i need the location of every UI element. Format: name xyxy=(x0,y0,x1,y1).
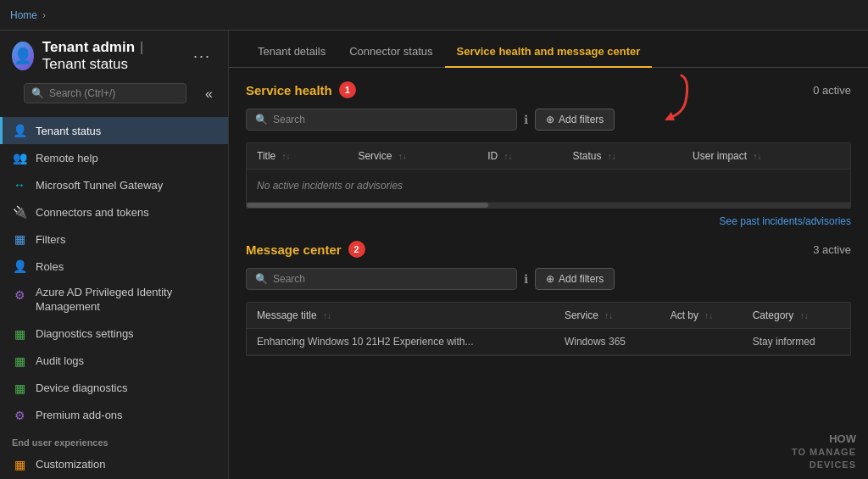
message-center-filter-row: 🔍 ℹ ⊕ Add filters xyxy=(246,268,851,290)
top-bar: Home › xyxy=(0,0,868,31)
service-health-badge: 1 xyxy=(339,81,356,98)
service-health-active-count: 0 active xyxy=(813,84,851,97)
sidebar-search-box[interactable]: 🔍 xyxy=(24,83,186,103)
sort-icon-id: ↑↓ xyxy=(504,152,513,161)
service-health-title-area: Service health 1 xyxy=(246,81,356,98)
no-data-row: No active incidents or advisories xyxy=(247,170,850,203)
tab-service-health[interactable]: Service health and message center xyxy=(445,36,653,68)
sort-icon-msg-category: ↑↓ xyxy=(800,311,809,320)
section-label-end-user: End user experiences xyxy=(0,429,228,451)
col-title[interactable]: Title ↑↓ xyxy=(247,143,348,170)
message-center-info-icon[interactable]: ℹ xyxy=(524,272,528,286)
breadcrumb-home[interactable]: Home xyxy=(10,9,37,21)
tenant-status-icon: 👤 xyxy=(12,123,27,138)
sidebar-item-label: Filters xyxy=(36,233,65,246)
service-health-add-filters-btn[interactable]: ⊕ Add filters xyxy=(535,109,615,131)
sidebar-search-input[interactable] xyxy=(49,87,179,99)
roles-icon: 👤 xyxy=(12,259,27,274)
watermark-devices: DEVICES xyxy=(792,459,856,471)
ellipsis-button[interactable]: ··· xyxy=(188,46,216,67)
message-center-badge: 2 xyxy=(348,241,365,258)
col-msg-service[interactable]: Service ↑↓ xyxy=(554,303,660,329)
content-area: Service health 1 0 active 🔍 ℹ ⊕ Add filt… xyxy=(229,68,868,479)
col-msg-actby[interactable]: Act by ↑↓ xyxy=(660,303,743,329)
col-msg-category[interactable]: Category ↑↓ xyxy=(743,303,850,329)
watermark-how: HOW xyxy=(792,432,856,447)
sort-icon-title: ↑↓ xyxy=(282,152,291,161)
see-past-link-anchor[interactable]: See past incidents/advisories xyxy=(720,215,851,227)
device-diag-icon: ▦ xyxy=(12,381,27,396)
search-icon-sh: 🔍 xyxy=(255,114,268,125)
sidebar-item-label: Roles xyxy=(36,260,64,273)
customization-icon: ▦ xyxy=(12,457,27,472)
col-service[interactable]: Service ↑↓ xyxy=(348,143,477,170)
sidebar-item-remote-help[interactable]: 👥 Remote help xyxy=(0,144,228,171)
sidebar-item-microsoft-tunnel[interactable]: ↔ Microsoft Tunnel Gateway xyxy=(0,171,228,198)
page-subtitle: Tenant status xyxy=(42,56,128,73)
sidebar-item-label: Audit logs xyxy=(36,354,84,367)
sidebar-item-label: Device diagnostics xyxy=(36,382,127,394)
col-status[interactable]: Status ↑↓ xyxy=(562,143,682,170)
message-center-search-input[interactable] xyxy=(273,273,508,285)
col-msg-title[interactable]: Message title ↑↓ xyxy=(247,303,554,329)
service-health-search-box[interactable]: 🔍 xyxy=(246,109,517,131)
col-id[interactable]: ID ↑↓ xyxy=(477,143,562,170)
sidebar-item-device-diagnostics[interactable]: ▦ Device diagnostics xyxy=(0,375,228,402)
filter-plus-icon-mc: ⊕ xyxy=(546,273,554,285)
sidebar-item-filters[interactable]: ▦ Filters xyxy=(0,226,228,253)
sidebar-item-label: Microsoft Tunnel Gateway xyxy=(36,179,163,192)
sidebar-item-roles[interactable]: 👤 Roles xyxy=(0,253,228,280)
sidebar-item-label: Remote help xyxy=(36,152,98,164)
audit-logs-icon: ▦ xyxy=(12,354,27,369)
page-heading: Tenant admin | Tenant status xyxy=(42,39,188,73)
sidebar-item-customization[interactable]: ▦ Customization xyxy=(0,451,228,478)
table-row[interactable]: Enhancing Windows 10 21H2 Experience wit… xyxy=(247,329,850,355)
watermark: HOW TO MANAGE DEVICES xyxy=(792,432,856,471)
service-health-filter-row: 🔍 ℹ ⊕ Add filters xyxy=(246,109,851,131)
scroll-hint[interactable] xyxy=(247,203,850,208)
service-health-title: Service health xyxy=(246,83,332,97)
sidebar-item-azure-ad-pim[interactable]: ⚙ Azure AD Privileged Identity Managemen… xyxy=(0,280,228,320)
col-user-impact[interactable]: User impact ↑↓ xyxy=(682,143,850,170)
service-health-header: Service health 1 0 active xyxy=(246,81,851,98)
add-filters-label-mc: Add filters xyxy=(559,273,604,285)
message-center-title: Message center xyxy=(246,242,342,257)
main-content: Tenant details Connector status Service … xyxy=(229,31,868,479)
collapse-button[interactable]: « xyxy=(202,83,216,105)
message-center-table-container: Message title ↑↓ Service ↑↓ Act by ↑↓ xyxy=(246,302,851,356)
tab-connector-status[interactable]: Connector status xyxy=(337,36,444,68)
sidebar-item-premium-addons[interactable]: ⚙ Premium add-ons xyxy=(0,402,228,429)
main-wrapper: 👤 Tenant admin | Tenant status ··· 🔍 « 👤 xyxy=(0,31,868,479)
sidebar-item-audit-logs[interactable]: ▦ Audit logs xyxy=(0,348,228,375)
add-filters-label: Add filters xyxy=(559,114,604,125)
sort-icon-status: ↑↓ xyxy=(608,152,616,161)
page-title-area: 👤 Tenant admin | Tenant status xyxy=(12,39,188,73)
message-center-title-area: Message center 2 xyxy=(246,241,365,258)
service-health-info-icon[interactable]: ℹ xyxy=(524,113,528,126)
sidebar-item-diagnostics[interactable]: ▦ Diagnostics settings xyxy=(0,320,228,348)
search-icon-mc: 🔍 xyxy=(255,273,268,285)
sort-icon-service: ↑↓ xyxy=(398,152,407,161)
message-center-header: Message center 2 3 active xyxy=(246,241,851,258)
remote-help-icon: 👥 xyxy=(12,150,27,165)
message-center-table: Message title ↑↓ Service ↑↓ Act by ↑↓ xyxy=(247,303,850,355)
watermark-to-manage: TO MANAGE xyxy=(792,446,856,458)
tunnel-icon: ↔ xyxy=(12,177,27,192)
service-health-table-container: Title ↑↓ Service ↑↓ ID ↑↓ xyxy=(246,142,851,209)
sidebar-item-connectors-tokens[interactable]: 🔌 Connectors and tokens xyxy=(0,198,228,226)
see-past-incidents[interactable]: See past incidents/advisories xyxy=(246,215,851,227)
search-icon: 🔍 xyxy=(31,87,44,99)
service-health-search-input[interactable] xyxy=(273,114,508,125)
nav-list: 👤 Tenant status 👥 Remote help ↔ Microsof… xyxy=(0,117,228,479)
sidebar-item-tenant-status[interactable]: 👤 Tenant status xyxy=(0,117,228,144)
filter-plus-icon: ⊕ xyxy=(546,114,554,125)
sidebar-item-label: Premium add-ons xyxy=(36,409,123,421)
sidebar-item-label: Tenant status xyxy=(36,125,101,137)
msg-title-cell: Enhancing Windows 10 21H2 Experience wit… xyxy=(247,329,554,355)
message-center-search-box[interactable]: 🔍 xyxy=(246,268,517,290)
tab-tenant-details[interactable]: Tenant details xyxy=(246,36,337,68)
connectors-icon: 🔌 xyxy=(12,204,27,220)
message-center-add-filters-btn[interactable]: ⊕ Add filters xyxy=(535,268,615,290)
msg-service-cell: Windows 365 xyxy=(554,329,660,355)
msg-actby-cell xyxy=(660,329,743,355)
